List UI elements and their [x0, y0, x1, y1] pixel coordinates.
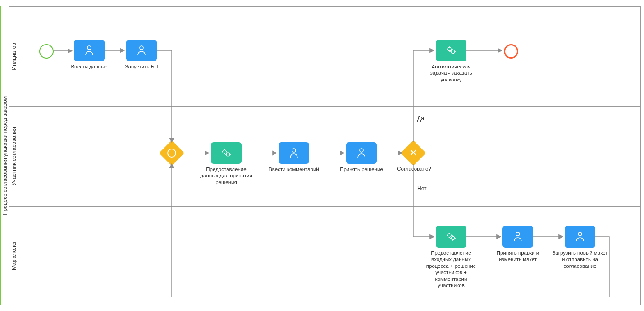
user-icon	[356, 148, 366, 158]
lane-title-initiator: Инициатор	[9, 6, 19, 106]
svg-point-10	[516, 232, 520, 236]
flow-label-no: Нет	[417, 185, 426, 192]
task-make-decision[interactable]	[346, 142, 377, 164]
svg-point-6	[292, 149, 296, 152]
svg-point-9	[451, 236, 455, 240]
svg-point-4	[223, 150, 226, 153]
gateway-inclusive[interactable]	[163, 144, 181, 162]
task-enter-comment-label: Ввести комментарий	[266, 166, 322, 172]
lane-divider-2	[9, 206, 641, 207]
task-make-decision-label: Принять решение	[334, 166, 388, 172]
gateway-exclusive-label: Согласовано?	[397, 166, 432, 171]
pool-title: Процесс согласования упаковки перед зака…	[1, 6, 9, 305]
task-provide-decision-data[interactable]	[211, 142, 242, 164]
task-auto-order[interactable]	[436, 40, 466, 61]
svg-point-8	[448, 234, 451, 237]
task-upload-new-layout-label: Загрузить новый макет и отправить на сог…	[551, 250, 609, 269]
task-accept-edits-label: Принять правки и изменить макет	[491, 250, 544, 263]
task-enter-data-label: Ввести данные	[68, 63, 111, 70]
gateway-exclusive[interactable]: ✕	[404, 144, 422, 162]
user-icon	[84, 45, 94, 56]
task-upload-new-layout[interactable]	[565, 226, 595, 248]
task-enter-data[interactable]	[74, 40, 105, 61]
user-icon	[513, 231, 523, 242]
svg-point-11	[578, 232, 582, 236]
task-start-bp-label: Запустить БП	[120, 63, 163, 70]
task-provide-input-data-label: Предоставление входных данных процесса +…	[424, 250, 479, 288]
start-event[interactable]	[39, 44, 54, 59]
lane-title-marketer: Маркетолог	[9, 206, 19, 305]
svg-point-0	[87, 46, 91, 50]
process-icon	[445, 45, 457, 56]
lane-title-approver: Участник согласования	[9, 106, 19, 206]
process-icon	[220, 147, 232, 159]
user-icon	[137, 45, 146, 56]
user-icon	[289, 148, 299, 158]
user-icon	[575, 231, 585, 242]
task-auto-order-label: Автоматическая задача - заказать упаковк…	[426, 63, 476, 83]
end-event[interactable]	[504, 44, 518, 59]
task-provide-input-data[interactable]	[436, 226, 466, 248]
task-provide-decision-data-label: Предоставление данных для принятия решен…	[198, 166, 254, 185]
task-start-bp[interactable]	[126, 40, 157, 61]
process-icon	[445, 231, 457, 243]
flow-label-yes: Да	[417, 115, 424, 122]
pool-title-label: Процесс согласования упаковки перед зака…	[2, 96, 8, 215]
bpmn-canvas: Процесс согласования упаковки перед зака…	[0, 0, 644, 311]
task-accept-edits[interactable]	[502, 226, 533, 248]
task-enter-comment[interactable]	[279, 142, 309, 164]
svg-point-7	[360, 149, 363, 152]
svg-point-3	[451, 50, 455, 54]
lane-divider-1	[9, 106, 641, 107]
svg-point-5	[226, 153, 230, 156]
svg-point-1	[140, 46, 143, 50]
lane-header-divider	[19, 6, 19, 305]
